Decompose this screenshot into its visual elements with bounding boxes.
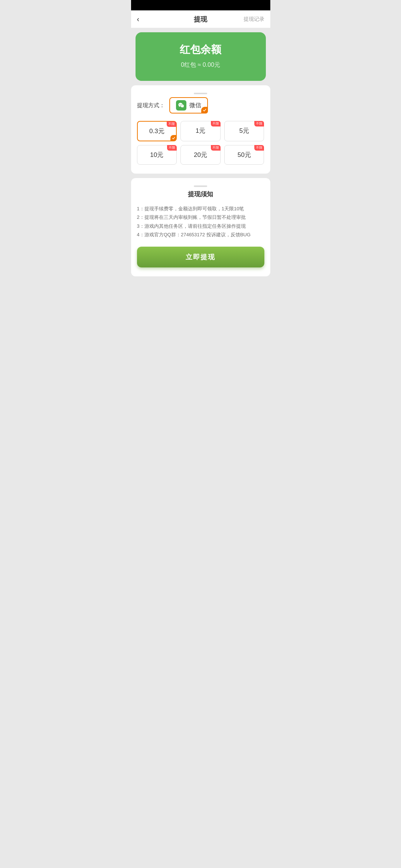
amount-value-5: 50元 xyxy=(238,151,251,158)
amount-value-3: 10元 xyxy=(150,151,163,158)
page-title: 提现 xyxy=(194,15,207,24)
amount-grid: 不限 0.3元 不限 1元 不限 5元 不限 10元 不限 20元 不限 50元 xyxy=(137,121,264,165)
limit-badge-5: 不限 xyxy=(254,145,264,151)
amount-option-1[interactable]: 不限 1元 xyxy=(180,121,221,141)
status-bar xyxy=(131,0,270,10)
notice-item-3: 3：游戏内其他任务区，请前往指定任务区操作提现 xyxy=(137,222,264,230)
notice-item-4: 4：游戏官方QQ群：274653172 投诉建议，反馈BUG xyxy=(137,230,264,239)
limit-badge-4: 不限 xyxy=(211,145,221,151)
balance-title: 红包余额 xyxy=(143,43,258,57)
wechat-method-button[interactable]: 微信 xyxy=(169,97,208,114)
amount-option-0[interactable]: 不限 0.3元 xyxy=(137,121,177,141)
notice-drag-handle xyxy=(194,185,207,187)
limit-badge-1: 不限 xyxy=(211,121,221,126)
amount-check-0 xyxy=(170,135,176,141)
notice-title: 提现须知 xyxy=(137,190,264,198)
notice-item-2: 2：提现将在三天内审核到账，节假日暂不处理审批 xyxy=(137,213,264,221)
drag-handle xyxy=(194,93,207,94)
withdraw-card: 提现方式： 微信 不限 0.3元 xyxy=(131,85,270,174)
amount-option-2[interactable]: 不限 5元 xyxy=(224,121,264,141)
limit-badge-3: 不限 xyxy=(167,145,177,151)
back-button[interactable]: ‹ xyxy=(137,15,140,23)
amount-value-0: 0.3元 xyxy=(149,128,164,135)
method-selected-check xyxy=(201,107,208,114)
limit-badge-0: 不限 xyxy=(167,121,176,127)
amount-value-2: 5元 xyxy=(239,127,249,134)
notice-list: 1：提现手续费零，金额达到即可领取，1天限10笔 2：提现将在三天内审核到账，节… xyxy=(137,204,264,239)
method-row: 提现方式： 微信 xyxy=(137,97,264,114)
balance-card: 红包余额 0红包 ≈ 0.00元 xyxy=(136,32,266,81)
amount-option-5[interactable]: 不限 50元 xyxy=(224,145,264,165)
notice-item-1: 1：提现手续费零，金额达到即可领取，1天限10笔 xyxy=(137,204,264,213)
wechat-label: 微信 xyxy=(189,102,201,109)
amount-value-1: 1元 xyxy=(196,127,205,134)
nav-bar: ‹ 提现 提现记录 xyxy=(131,10,270,28)
limit-badge-2: 不限 xyxy=(254,121,264,126)
bottom-space xyxy=(131,281,270,355)
amount-value-4: 20元 xyxy=(194,151,207,158)
amount-option-3[interactable]: 不限 10元 xyxy=(137,145,177,165)
wechat-icon xyxy=(176,100,186,111)
amount-option-4[interactable]: 不限 20元 xyxy=(180,145,221,165)
history-link[interactable]: 提现记录 xyxy=(244,16,264,23)
submit-withdraw-button[interactable]: 立即提现 xyxy=(137,247,264,267)
balance-amount: 0红包 ≈ 0.00元 xyxy=(143,61,258,69)
notice-card: 提现须知 1：提现手续费零，金额达到即可领取，1天限10笔 2：提现将在三天内审… xyxy=(131,178,270,276)
method-label: 提现方式： xyxy=(137,102,165,109)
